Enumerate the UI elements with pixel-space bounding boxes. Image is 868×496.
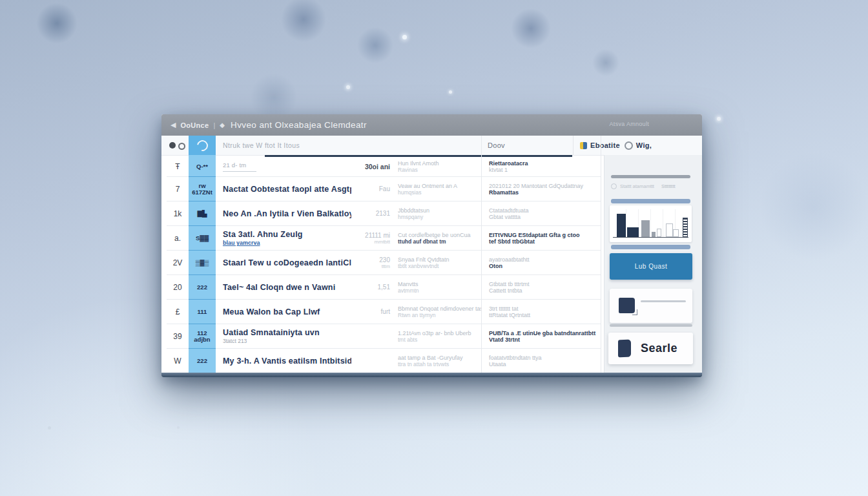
- row-number-cell: Ŧ: [167, 157, 189, 176]
- document-card[interactable]: [610, 289, 692, 323]
- row-main-cell: Uatiad Smnatainiyta uvn3tatct 213: [216, 324, 351, 348]
- window-control-close[interactable]: [169, 142, 176, 149]
- table-row[interactable]: ŦQ-**21 d- tm30oi aniHun Ilvnt AmothRavi…: [167, 157, 601, 177]
- row-desc-cell: aat tamp a Bat -Guryufayttra tn attah ta…: [390, 349, 481, 373]
- sidebar-blue-bar: [611, 199, 690, 203]
- logo-icon: [194, 138, 210, 153]
- row-thumbnail-icon: 222: [189, 349, 216, 373]
- legend-text: Stattt atamamttt: [620, 183, 654, 189]
- search-tile[interactable]: Searle: [608, 333, 693, 364]
- background-star: [402, 35, 407, 39]
- chart-baseline: [613, 237, 688, 238]
- row-desc-cell: Veaw au Ontment an Ahumqsias: [390, 177, 481, 201]
- row-value-sub: tttm: [382, 264, 390, 269]
- row-desc-line1: Veaw au Ontment an A: [398, 183, 481, 189]
- background-star: [717, 117, 721, 121]
- titlebar[interactable]: ◀ OoUnce | ◆ Hvveo ant Olxeabajea Clemde…: [161, 114, 702, 136]
- row-desc-cell: 1.21tAvn o3tp ar- bnb Uberbtmt abts: [390, 324, 481, 348]
- chart-bar: [657, 229, 661, 237]
- sidebar-legend: Stattt atamamttt Stttttttt: [611, 183, 676, 189]
- row-right-line2: Gbtat vatttta: [489, 214, 601, 220]
- row-thumbnail-icon: 111: [189, 300, 216, 324]
- menu-item-notifications[interactable]: Eboatite: [580, 141, 620, 149]
- background-star: [449, 90, 452, 94]
- row-main-cell: Meua Walon ba Cap Llwf: [216, 300, 351, 324]
- window-control-minimize[interactable]: [178, 143, 185, 150]
- view-menu[interactable]: Doov: [488, 141, 505, 149]
- diamond-icon: ◆: [220, 121, 225, 129]
- search-tile-label: Searle: [641, 342, 677, 355]
- card-shadow-bar: [610, 324, 692, 327]
- sidebar-blue-bar: [611, 245, 690, 249]
- mini-chart-card: [610, 205, 692, 242]
- row-desc-line1: Manvtts: [398, 281, 481, 287]
- row-thumbnail-icon: rw 617ZNt: [189, 177, 216, 202]
- table-row[interactable]: 7rw 617ZNtNactat Oobtestat faopl atte As…: [167, 177, 601, 202]
- chart-bar: [627, 227, 639, 237]
- row-right-line2: Cattett tntbta: [489, 287, 601, 294]
- menu-item-label: Eboatite: [590, 141, 620, 149]
- row-value-cell: [351, 324, 390, 348]
- info-icon: [625, 141, 633, 150]
- toolbar-divider: [573, 136, 574, 155]
- row-value: 21111 mi: [365, 232, 390, 239]
- row-subtitle: 3tatct 213: [223, 338, 351, 344]
- row-right-line1: Riettaroatacra: [489, 160, 601, 167]
- row-desc-cell: Cut cordlefbetge be uonCuattuhd auf dbna…: [390, 226, 481, 250]
- primary-action-button[interactable]: Lub Quast: [610, 253, 692, 280]
- row-right-cell: Gtbtatt tb tttrtmtCattett tntbta: [481, 275, 601, 299]
- table-row[interactable]: a.S▓▓Sta 3atl. Ahnu Zeulgblau yamcrva211…: [167, 226, 601, 251]
- row-number-cell: a.: [167, 226, 189, 250]
- row-desc-cell: Snyaa Fnlt Qvtdtatntbtlt xanbvwvtndt: [390, 251, 481, 274]
- menu-item-info[interactable]: Wig,: [625, 141, 652, 150]
- chart-bar: [673, 229, 679, 237]
- window-bottom-edge: [161, 373, 702, 377]
- chart-bar: [666, 223, 673, 237]
- document-icon: [619, 298, 635, 313]
- chart-bar: [652, 232, 656, 237]
- row-right-line2: Oton: [489, 263, 601, 269]
- table-divider: [481, 136, 482, 373]
- row-number-cell: 1k: [167, 202, 189, 225]
- row-thumbnail-icon: Q-**: [189, 157, 216, 177]
- row-desc-line2: tbtlt xanbvwvtndt: [398, 263, 481, 269]
- titlebar-separator: |: [213, 121, 215, 129]
- row-value-cell: Fau: [351, 177, 390, 201]
- row-desc-line2: Rtwn an ttymyn: [398, 312, 481, 318]
- row-value-cell: 30oi ani: [351, 157, 390, 176]
- table-row[interactable]: 39112 adjbnUatiad Smnatainiyta uvn3tatct…: [167, 324, 601, 349]
- right-sidebar: Stattt atamamttt Stttttttt Lub Quast Sea…: [604, 155, 702, 373]
- search-input[interactable]: Ntruk twe W ftot It Itous: [223, 141, 300, 149]
- table-row[interactable]: 20222Tael~ 4al Cloqn dwe n Vawni1,51Manv…: [167, 275, 601, 300]
- document-card-line: [641, 300, 686, 302]
- row-right-cell: CtatatadtdtuataGbtat vatttta: [481, 202, 601, 225]
- row-desc-cell: Manvttsavtmmtn: [390, 275, 481, 299]
- table-row[interactable]: 1k▇▙Neo An .An Iytila r Vien Balkatloy21…: [167, 202, 601, 226]
- row-value: 30oi ani: [365, 163, 390, 170]
- row-right-line1: Gtbtatt tb tttrtmt: [489, 281, 601, 287]
- background-star: [346, 85, 350, 89]
- row-value-cell: 2131: [351, 202, 390, 225]
- row-desc-line2: ttuhd auf dbnat tm: [398, 238, 481, 245]
- table-divider: [601, 136, 601, 373]
- table-row[interactable]: 2V▒▓▒Staarl Tew u coDogeaedn lantiClS230…: [167, 251, 601, 275]
- back-icon[interactable]: ◀: [170, 121, 176, 129]
- toolbar-menu: Eboatite Wig,: [580, 136, 652, 155]
- row-right-cell: foatatvttbtndtatn ttyaUtaata: [481, 349, 601, 373]
- row-title-underline: [223, 171, 256, 172]
- row-desc-line1: aat tamp a Bat -Guryufay: [398, 355, 481, 361]
- row-desc-line1: 1.21tAvn o3tp ar- bnb Uberb: [398, 330, 481, 336]
- row-value: furt: [381, 308, 390, 315]
- row-subtitle[interactable]: blau yamcrva: [223, 240, 351, 246]
- row-right-line1: PUB/Ta a .E utinUe gba batndtanrattbtt: [489, 330, 601, 336]
- app-logo-button[interactable]: [189, 136, 216, 155]
- row-right-cell: 2021012 20 Mantotant GdQudattnayRbamatta…: [481, 177, 601, 201]
- row-value-sub: mmtbtt: [375, 239, 390, 245]
- row-number-cell: W: [167, 349, 189, 373]
- table-row[interactable]: £111Meua Walon ba Cap LlwffurtBbmnat Onq…: [167, 300, 601, 324]
- row-value: Fau: [379, 185, 390, 192]
- row-right-line1: Ctatatadtdtuata: [489, 207, 601, 214]
- row-right-line1: foatatvttbtndtatn ttya: [489, 355, 601, 361]
- row-right-cell: Riettaroatacraktvtat 1: [481, 157, 601, 176]
- table-row[interactable]: W222My 3-h. A Vantis eatilsm Intbitsideo…: [167, 349, 601, 373]
